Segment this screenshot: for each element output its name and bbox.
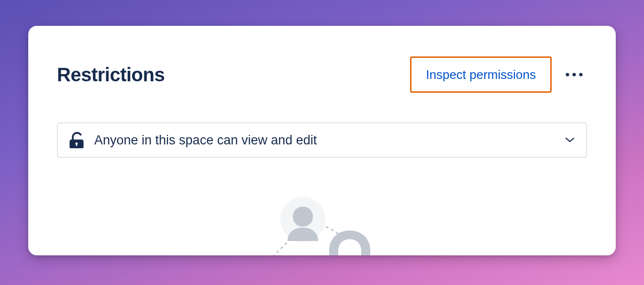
svg-point-1 [573, 73, 576, 77]
chevron-down-icon [565, 137, 575, 143]
svg-point-0 [566, 73, 569, 77]
inspect-permissions-button[interactable]: Inspect permissions [410, 56, 552, 93]
empty-state-illustration [250, 193, 394, 255]
dialog-title: Restrictions [57, 64, 165, 86]
dialog-header: Restrictions Inspect permissions [57, 56, 587, 93]
unlocked-icon [69, 132, 84, 148]
more-icon [565, 72, 583, 77]
header-actions: Inspect permissions [410, 56, 587, 93]
dropdown-content: Anyone in this space can view and edit [69, 132, 317, 148]
svg-point-2 [579, 73, 583, 77]
more-actions-button[interactable] [561, 68, 587, 81]
restrictions-dialog: Restrictions Inspect permissions Anyone … [28, 26, 616, 255]
restrictions-dropdown[interactable]: Anyone in this space can view and edit [57, 122, 587, 158]
dropdown-selected-label: Anyone in this space can view and edit [94, 133, 317, 148]
